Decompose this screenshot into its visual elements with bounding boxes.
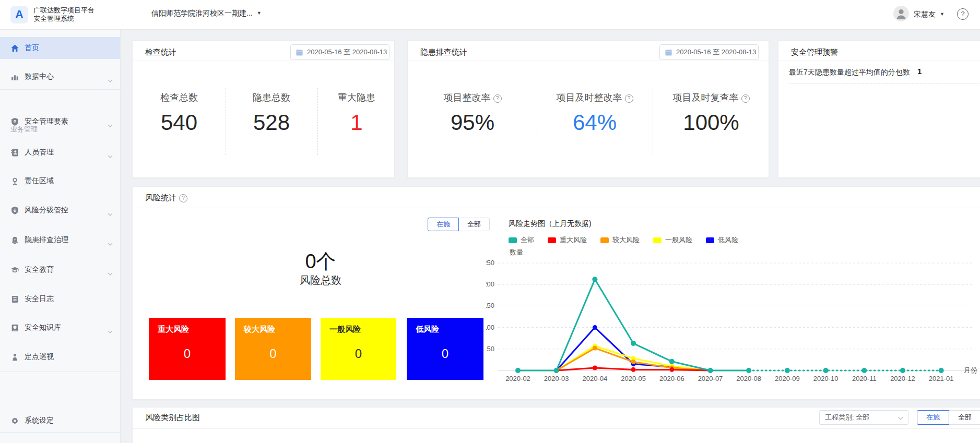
data-point-全部-2020-06[interactable] [669, 359, 675, 364]
chevron-down-icon [108, 238, 113, 248]
project-type-filter[interactable]: 工程类别: 全部 [819, 410, 908, 425]
data-point-重大风险-2020-04[interactable] [593, 366, 597, 370]
data-point-较大风险-2020-05[interactable] [631, 360, 636, 364]
x-axis-name: 月份 [964, 366, 977, 374]
toggle-all[interactable]: 全部 [949, 410, 980, 425]
data-point-全部-2020-12[interactable] [900, 368, 905, 373]
x-tick-label: 2020-11 [852, 375, 877, 382]
risk-total-label: 风险总数 [263, 273, 378, 288]
data-point-重大风险-2020-06[interactable] [669, 367, 674, 372]
toggle-all[interactable]: 全部 [458, 218, 490, 231]
project-type-filter-value: 工程类别: 全部 [825, 413, 869, 421]
data-point-全部-2020-03[interactable] [554, 368, 559, 373]
data-point-全部-2020-08[interactable] [746, 368, 751, 373]
chevron-down-icon [898, 416, 903, 420]
sidebar-item-首页[interactable]: 首页 [0, 37, 120, 59]
date-range-picker[interactable]: 2020-05-16 至 2020-08-13 [290, 44, 389, 60]
stat-value: 100% [654, 110, 769, 135]
user-name: 宋慧友 [914, 10, 936, 18]
x-tick-label: 2021-01 [929, 375, 954, 382]
help-icon[interactable]: ? [625, 94, 633, 103]
help-icon[interactable]: ? [179, 194, 187, 202]
divider [226, 88, 226, 155]
chevron-down-icon [108, 268, 113, 278]
sidebar-item-安全知识库[interactable]: 安全知识库 [0, 317, 120, 339]
risk-trend-chart[interactable]: 501001502002502020-022020-032020-042020-… [486, 230, 980, 387]
divider [778, 61, 980, 61]
help-icon[interactable]: ? [493, 94, 502, 103]
sidebar-item-人员管理[interactable]: 人员管理 [0, 141, 120, 163]
divider [0, 89, 120, 90]
stat-value: 64% [537, 110, 652, 135]
sidebar-item-系统设定[interactable]: 系统设定 [0, 410, 120, 432]
help-icon[interactable]: ? [741, 94, 750, 103]
sidebar: 首页数据中心安全管理要素人员管理责任区域风险分级管控隐患排查治理安全教育安全日志… [0, 29, 121, 443]
data-point-重大风险-2020-05[interactable] [631, 367, 636, 372]
sidebar-item-定点巡视[interactable]: 定点巡视 [0, 346, 120, 368]
inspection-stats-card: 检查统计 2020-05-16 至 2020-08-13 检查总数540隐患总数… [132, 40, 395, 178]
home-icon [10, 44, 19, 53]
data-point-全部-2020-05[interactable] [631, 341, 636, 346]
avatar[interactable] [893, 6, 909, 21]
top-bar: A 广联达数字项目平台 安全管理系统 信阳师范学院淮河校区一期建...▼ 宋慧友… [0, 0, 980, 30]
sidebar-item-责任区域[interactable]: 责任区域 [0, 170, 120, 192]
divider [653, 88, 653, 155]
data-point-低风险-2020-04[interactable] [593, 325, 597, 330]
toggle-in-progress[interactable]: 在施 [428, 218, 459, 231]
risk-box-label: 较大风险 [244, 325, 311, 334]
sidebar-item-安全日志[interactable]: 安全日志 [0, 288, 120, 310]
location-icon [10, 177, 19, 186]
sidebar-item-label: 安全教育 [25, 265, 54, 274]
log-list-icon [10, 295, 19, 304]
divider [133, 61, 394, 61]
divider [0, 372, 120, 372]
trend-chart-title: 风险走势图（上月无数据) [509, 219, 592, 229]
stat-value: 95% [415, 110, 530, 135]
x-tick-label: 2020-04 [583, 375, 608, 382]
stat-value: 1 [299, 110, 414, 135]
y-tick-label: 50 [487, 345, 494, 353]
user-menu[interactable]: 宋慧友▼ [914, 10, 944, 19]
help-icon[interactable]: ? [957, 8, 969, 20]
stat-label: 项目整改率? [415, 91, 530, 104]
data-point-全部-2021-01[interactable] [939, 368, 944, 373]
divider [0, 432, 120, 433]
data-point-全部-2020-02[interactable] [515, 368, 521, 373]
data-point-全部-2020-04[interactable] [592, 277, 597, 282]
divider [789, 83, 980, 83]
project-selector-label: 信阳师范学院淮河校区一期建... [151, 9, 253, 17]
card-title: 风险类别占比图 [145, 413, 200, 423]
sidebar-item-隐患排查治理[interactable]: 隐患排查治理 [0, 229, 120, 251]
x-tick-label: 2020-10 [813, 375, 839, 382]
education-icon [10, 266, 19, 274]
risk-box-低风险: 低风险0 [407, 318, 483, 380]
sidebar-item-风险分级管控[interactable]: 风险分级管控 [0, 199, 120, 221]
toggle-in-progress[interactable]: 在施 [917, 410, 949, 425]
data-point-全部-2020-07[interactable] [708, 368, 713, 373]
risk-box-较大风险: 较大风险0 [235, 318, 311, 380]
app-logo: A [10, 6, 28, 23]
knowledge-book-icon [10, 324, 19, 332]
x-tick-label: 2020-05 [621, 375, 646, 382]
data-point-全部-2020-11[interactable] [861, 368, 867, 373]
y-tick-label: 200 [486, 280, 494, 288]
x-tick-label: 2020-08 [736, 375, 761, 382]
user-icon [893, 6, 909, 21]
data-point-较大风险-2020-04[interactable] [593, 346, 597, 351]
data-point-全部-2020-10[interactable] [823, 368, 829, 373]
sidebar-item-label: 系统设定 [25, 416, 54, 425]
date-range-picker[interactable]: 2020-05-16 至 2020-08-13 [659, 44, 759, 60]
date-range-value: 2020-05-16 至 2020-08-13 [676, 47, 756, 57]
stat-label: 项目及时复查率? [654, 91, 769, 104]
x-tick-label: 2020-12 [890, 375, 915, 382]
card-title: 检查统计 [145, 47, 176, 57]
calendar-icon [296, 49, 303, 56]
y-tick-label: 100 [486, 324, 494, 331]
divider [317, 88, 318, 155]
sidebar-item-安全教育[interactable]: 安全教育 [0, 259, 120, 281]
risk-stats-card: 风险统计? 在施 全部 0个 风险总数 重大风险0较大风险0一般风险0低风险0 … [132, 186, 980, 400]
data-point-全部-2020-09[interactable] [785, 368, 790, 373]
date-range-value: 2020-05-16 至 2020-08-13 [307, 47, 387, 57]
sidebar-item-数据中心[interactable]: 数据中心 [0, 66, 120, 88]
project-selector[interactable]: 信阳师范学院淮河校区一期建...▼ [151, 9, 262, 18]
